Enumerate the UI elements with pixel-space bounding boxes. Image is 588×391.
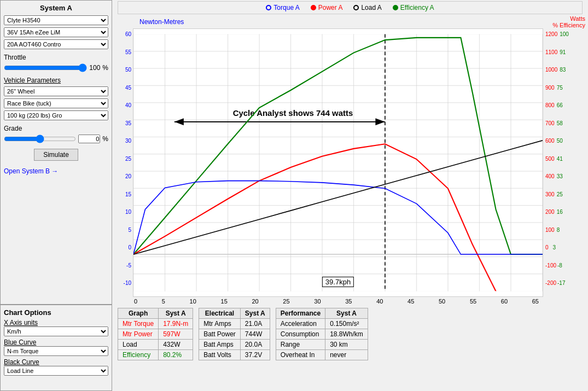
table-row: Mtr Power 597W [118,329,193,340]
blue-curve-select[interactable]: N-m Torque [4,346,108,356]
grade-pct: % [102,135,108,143]
chart-with-axes: 60 55 50 45 40 35 30 25 20 15 10 5 0 -5 … [112,28,588,297]
riding-style-select[interactable]: Race Bike (tuck) [4,98,108,108]
left-panel: System A Clyte H3540 36V 15Ah eZee LiM 2… [0,0,112,305]
elec-row-0-value: 21.0A [240,319,270,329]
elec-row-1-label: Batt Power [199,329,241,340]
legend-power-label: Power A [318,4,343,11]
x-axis-labels: 0 5 10 15 20 25 30 35 40 45 50 55 60 65 [112,297,588,305]
legend-torque: Torque A [266,4,299,11]
chart-svg: Cycle Analyst shows 744 watts [133,28,543,297]
newton-metres-label: Newton-Metres [139,18,552,26]
graph-row-1-value: 597W [159,329,193,340]
chart-options-panel: Chart Options X Axis units Km/h Blue Cur… [0,305,112,391]
perf-row-3-value: never [325,350,368,360]
graph-row-3-label: Efficiency [118,350,159,360]
graph-row-0-value: 17.9N-m [159,319,193,329]
perf-row-0-value: 0.150m/s² [325,319,368,329]
grade-input[interactable] [78,135,100,143]
table-row: Efficiency 80.2% [118,350,193,360]
table-row: Batt Power 744W [199,329,270,340]
controller-select[interactable]: 20A AOT460 Contro [4,39,108,49]
table-row: Load 432W [118,340,193,350]
legend: Torque A Power A Load A Efficiency A [118,1,583,14]
battery-select[interactable]: 36V 15Ah eZee LiM [4,27,108,37]
svg-text:Cycle Analyst shows 744 watts: Cycle Analyst shows 744 watts [233,108,353,118]
table-row: Overheat In never [276,350,368,360]
load-legend-icon [353,5,359,10]
chart-header-row: Newton-Metres Watts % Efficiency [112,15,588,28]
y-axis-left: 60 55 50 45 40 35 30 25 20 15 10 5 0 -5 … [112,28,133,297]
grade-label: Grade [4,125,108,132]
speed-label: 39.7kph [322,277,354,287]
simulate-button[interactable]: Simulate [34,149,78,161]
black-curve-label: Black Curve [4,358,108,366]
weight-select[interactable]: 100 kg (220 lbs) Gro [4,110,108,120]
throttle-row: 100 % [4,63,108,72]
torque-legend-icon [266,5,271,10]
open-system-b-link[interactable]: Open System B → [4,167,108,175]
graph-row-3-value: 80.2% [159,350,193,360]
perf-row-3-label: Overheat In [276,350,325,360]
wheel-select[interactable]: 26" Wheel [4,86,108,96]
performance-table-col: Syst A [325,308,368,319]
perf-row-1-value: 18.8Wh/km [325,329,368,340]
table-row: Batt Volts 37.2V [199,350,270,360]
electrical-table-header: Electrical [199,308,241,319]
main-container: System A Clyte H3540 36V 15Ah eZee LiM 2… [0,0,588,391]
throttle-slider[interactable] [4,63,87,72]
data-tables: Graph Syst A Mtr Torque 17.9N-m Mtr Powe… [112,305,588,391]
svg-rect-3 [133,34,543,291]
graph-table: Graph Syst A Mtr Torque 17.9N-m Mtr Powe… [118,308,193,360]
graph-area: Torque A Power A Load A Efficiency A [112,0,588,305]
elec-row-2-value: 20.0A [240,340,270,350]
graph-row-2-value: 432W [159,340,193,350]
performance-table: Performance Syst A Acceleration 0.150m/s… [276,308,368,360]
right-header: Watts % Efficiency [552,15,588,28]
grade-slider[interactable] [4,135,76,143]
elec-row-2-label: Batt Amps [199,340,241,350]
y-axis-right: 1200100 110091 100083 90075 80066 70058 … [543,28,588,297]
legend-power: Power A [311,4,343,11]
table-row: Range 30 km [276,340,368,350]
performance-table-header: Performance [276,308,325,319]
watts-label: Watts [570,15,585,22]
electrical-table: Electrical Syst A Mtr Amps 21.0A Batt Po… [199,308,270,360]
table-row: Mtr Torque 17.9N-m [118,319,193,329]
power-legend-icon [311,5,316,10]
table-row: Batt Amps 20.0A [199,340,270,350]
efficiency-legend-icon [393,5,398,10]
x-axis-select[interactable]: Km/h [4,326,108,336]
perf-row-2-label: Range [276,340,325,350]
throttle-pct: % [102,64,108,72]
vehicle-params-label: Vehicle Parameters [4,77,108,84]
perf-row-0-label: Acceleration [276,319,325,329]
table-row: Acceleration 0.150m/s² [276,319,368,329]
graph-table-col: Syst A [159,308,193,319]
legend-load: Load A [353,4,381,11]
throttle-value: 100 [89,64,100,72]
chart-options-title: Chart Options [4,308,108,317]
graph-table-header: Graph [118,308,159,319]
legend-efficiency: Efficiency A [393,4,434,11]
table-row: Mtr Amps 21.0A [199,319,270,329]
graph-row-1-label: Mtr Power [118,329,159,340]
grade-row: % [4,135,108,143]
elec-row-1-value: 744W [240,329,270,340]
graph-row-2-label: Load [118,340,159,350]
legend-efficiency-label: Efficiency A [400,4,434,11]
elec-row-3-label: Batt Volts [199,350,241,360]
perf-row-2-value: 30 km [325,340,368,350]
elec-row-0-label: Mtr Amps [199,319,241,329]
system-title: System A [4,4,108,12]
legend-torque-label: Torque A [273,4,299,11]
motor-select[interactable]: Clyte H3540 [4,15,108,25]
throttle-label: Throttle [4,54,108,61]
x-axis-label: X Axis units [4,319,108,326]
perf-row-1-label: Consumption [276,329,325,340]
black-curve-select[interactable]: Load Line [4,366,108,376]
blue-curve-label: Blue Curve [4,339,108,346]
eff-label: % Efficiency [552,22,585,28]
bottom-section: Chart Options X Axis units Km/h Blue Cur… [0,305,588,391]
legend-load-label: Load A [361,4,381,11]
